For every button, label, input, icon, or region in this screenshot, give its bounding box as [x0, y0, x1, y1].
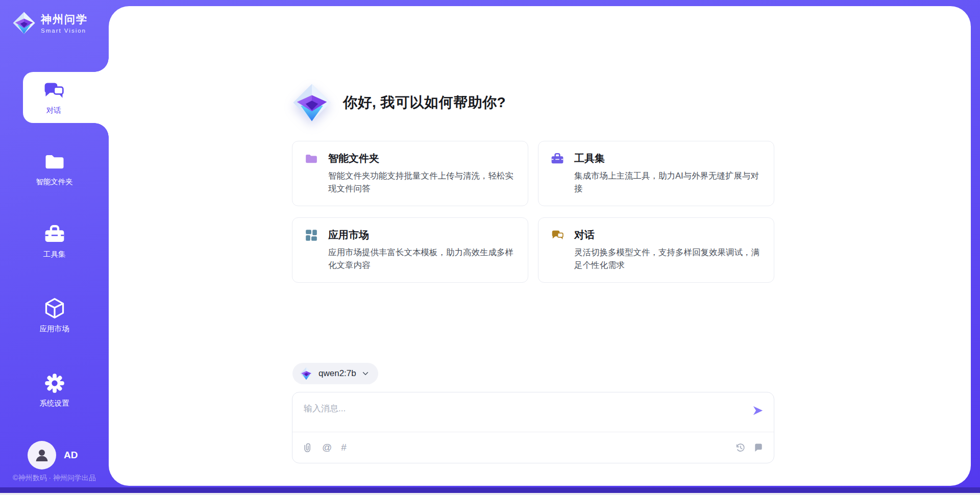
- folder-icon: [0, 151, 109, 172]
- diamond-logo-icon: [300, 367, 313, 380]
- toolbox-icon: [551, 152, 564, 165]
- user-initials: AD: [64, 450, 78, 461]
- card-description: 应用市场提供丰富长文本模板，助力高效生成多样化文章内容: [328, 246, 516, 271]
- card-title: 对话: [574, 228, 595, 242]
- sidebar-item-label: 智能文件夹: [0, 177, 109, 187]
- card-toolset[interactable]: 工具集 集成市场上主流工具，助力AI与外界无缝扩展与对接: [538, 141, 774, 206]
- sidebar: 神州问学 Smart Vision 对话 智能文件夹: [0, 0, 109, 495]
- chat-icon: [551, 229, 564, 242]
- model-selector[interactable]: qwen2:7b: [292, 363, 378, 384]
- cube-icon: [0, 297, 109, 319]
- sidebar-item-app-market[interactable]: 应用市场: [0, 297, 109, 334]
- card-title: 工具集: [574, 152, 605, 165]
- message-input[interactable]: [292, 392, 738, 432]
- history-clock-icon: [735, 442, 746, 453]
- greeting: 你好, 我可以如何帮助你?: [292, 83, 506, 122]
- sidebar-item-chat[interactable]: 对话: [23, 72, 109, 123]
- greeting-text: 你好, 我可以如何帮助你?: [343, 93, 506, 112]
- model-name: qwen2:7b: [318, 368, 356, 379]
- main-panel: 你好, 我可以如何帮助你? 智能文件夹 智能文件夹功能支持批量文件上传与清洗，轻…: [109, 6, 971, 486]
- send-icon: [752, 405, 764, 416]
- chevron-down-icon: [362, 370, 369, 377]
- chat-icon: [42, 80, 65, 102]
- sidebar-item-smart-folder[interactable]: 智能文件夹: [0, 151, 109, 187]
- paperclip-icon: [303, 442, 313, 453]
- hashtag-icon[interactable]: #: [341, 442, 347, 453]
- new-chat-button[interactable]: [753, 442, 764, 453]
- card-description: 集成市场上主流工具，助力AI与外界无缝扩展与对接: [574, 169, 762, 195]
- sidebar-item-label: 应用市场: [0, 324, 109, 334]
- sidebar-item-label: 对话: [46, 106, 61, 115]
- card-title: 应用市场: [328, 228, 369, 242]
- sidebar-item-settings[interactable]: 系统设置: [0, 373, 109, 408]
- card-description: 智能文件夹功能支持批量文件上传与清洗，轻松实现文件问答: [328, 169, 516, 195]
- card-smart-folder[interactable]: 智能文件夹 智能文件夹功能支持批量文件上传与清洗，轻松实现文件问答: [292, 141, 528, 206]
- sidebar-item-label: 工具集: [0, 250, 109, 259]
- gear-icon: [0, 373, 109, 394]
- brand-name: 神州问学: [41, 12, 88, 27]
- person-icon: [33, 447, 51, 464]
- feature-cards: 智能文件夹 智能文件夹功能支持批量文件上传与清洗，轻松实现文件问答 工具集 集成…: [292, 141, 774, 283]
- toolbox-icon: [0, 224, 109, 245]
- sidebar-item-label: 系统设置: [0, 399, 109, 408]
- sidebar-item-toolset[interactable]: 工具集: [0, 224, 109, 259]
- bottom-strip: [0, 487, 980, 493]
- diamond-logo-icon: [12, 11, 36, 35]
- avatar: [28, 441, 56, 469]
- card-title: 智能文件夹: [328, 152, 379, 165]
- message-square-icon: [753, 442, 764, 453]
- attach-button[interactable]: [303, 442, 313, 453]
- grid-icon: [305, 229, 318, 242]
- message-composer: @ #: [292, 392, 774, 463]
- card-chat[interactable]: 对话 灵活切换多模型文件，支持多样回复效果调试，满足个性化需求: [538, 217, 774, 283]
- card-description: 灵活切换多模型文件，支持多样回复效果调试，满足个性化需求: [574, 246, 762, 271]
- history-button[interactable]: [735, 442, 746, 453]
- copyright: ©神州数码 · 神州问学出品: [0, 474, 109, 483]
- brand-subtitle: Smart Vision: [41, 28, 88, 34]
- send-button[interactable]: [752, 405, 764, 416]
- mention-icon[interactable]: @: [322, 442, 332, 453]
- diamond-logo-icon: [292, 83, 332, 122]
- brand: 神州问学 Smart Vision: [12, 11, 88, 35]
- folder-icon: [305, 152, 318, 165]
- user-profile[interactable]: AD: [28, 441, 78, 469]
- card-app-market[interactable]: 应用市场 应用市场提供丰富长文本模板，助力高效生成多样化文章内容: [292, 217, 528, 283]
- scrollbar-track[interactable]: [0, 493, 980, 495]
